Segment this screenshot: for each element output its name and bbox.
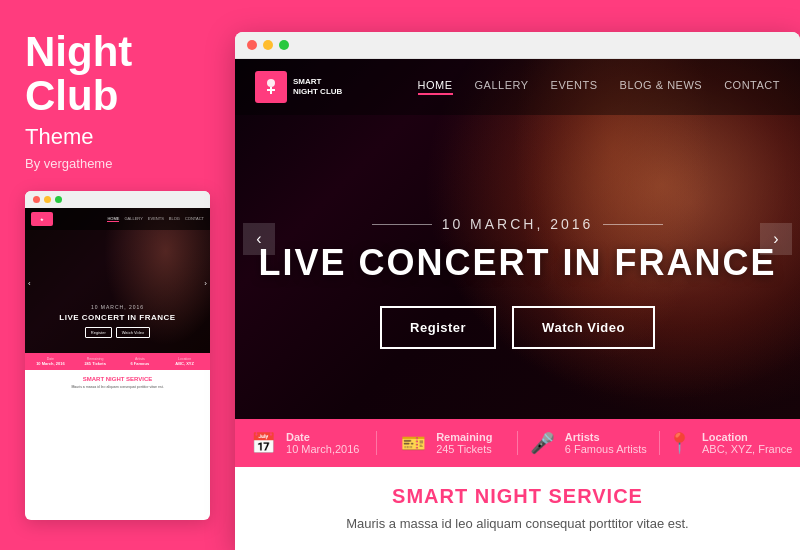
stat-artists-value: 6 Famous Artists [565, 443, 647, 455]
location-icon: 📍 [667, 431, 692, 455]
stat-date-text: Date 10 March,2016 [286, 431, 359, 455]
mini-browser-bar [25, 191, 210, 208]
mini-hero: ★ HOME GALLERY EVENTS BLOG CONTACT ‹ › 1… [25, 208, 210, 353]
main-dot-green [279, 40, 289, 50]
ticket-icon: 🎫 [401, 431, 426, 455]
mini-nav: ★ HOME GALLERY EVENTS BLOG CONTACT [25, 208, 210, 230]
nav-link-contact[interactable]: CONTACT [724, 79, 780, 95]
mini-nav-links: HOME GALLERY EVENTS BLOG CONTACT [107, 216, 204, 222]
hero-date-line: 10 MARCH, 2016 [235, 216, 800, 232]
microphone-icon: 🎤 [530, 431, 555, 455]
nav-link-gallery[interactable]: GALLERY [475, 79, 529, 95]
mini-arrow-left[interactable]: ‹ [28, 279, 31, 288]
mini-nav-events: EVENTS [148, 216, 164, 222]
hero-arrow-left[interactable]: ‹ [243, 223, 275, 255]
hero-date-line-left [372, 224, 432, 225]
mini-hero-buttons: Register Watch Video [25, 327, 210, 338]
mini-nav-home: HOME [107, 216, 119, 222]
theme-subtitle: Theme [25, 124, 210, 150]
main-dot-red [247, 40, 257, 50]
stat-location-text: Location ABC, XYZ, France [702, 431, 792, 455]
mini-nav-blog: BLOG [169, 216, 180, 222]
stat-remaining: 🎫 Remaining 245 Tickets [377, 431, 519, 455]
hero-date-line-right [603, 224, 663, 225]
main-logo: SMART NIGHT CLUB [255, 71, 342, 103]
service-desc: Mauris a massa id leo aliquam consequat … [265, 516, 770, 531]
theme-title: Night Club [25, 30, 210, 118]
nav-link-home[interactable]: HOME [418, 79, 453, 95]
mini-stat-remaining: Remaining 245 Tickets [73, 357, 118, 366]
mini-service-section: SMART NIGHT SERVICE Mauris a massa id le… [25, 370, 210, 396]
stat-date-label: Date [286, 431, 359, 443]
stats-bar: 📅 Date 10 March,2016 🎫 Remaining 245 Tic… [235, 419, 800, 467]
mini-register-btn[interactable]: Register [85, 327, 112, 338]
mini-arrow-right[interactable]: › [204, 279, 207, 288]
mini-service-title: SMART NIGHT SERVICE [31, 376, 204, 382]
main-browser-mockup: SMART NIGHT CLUB HOME GALLERY EVENTS BLO… [235, 32, 800, 550]
nav-link-events[interactable]: EVENTS [551, 79, 598, 95]
stat-location-value: ABC, XYZ, France [702, 443, 792, 455]
hero-content: 10 MARCH, 2016 LIVE CONCERT IN FRANCE Re… [235, 216, 800, 349]
stat-remaining-label: Remaining [436, 431, 492, 443]
mini-logo: ★ [31, 212, 53, 226]
main-browser-bar [235, 32, 800, 59]
mini-watch-btn[interactable]: Watch Video [116, 327, 150, 338]
service-title: SMART NIGHT SERVICE [265, 485, 770, 508]
hero-arrow-right[interactable]: › [760, 223, 792, 255]
mini-hero-text: 10 MARCH, 2016 LIVE CONCERT IN FRANCE Re… [25, 304, 210, 338]
stat-remaining-text: Remaining 245 Tickets [436, 431, 492, 455]
hero-date: 10 MARCH, 2016 [442, 216, 594, 232]
mini-browser-mockup: ★ HOME GALLERY EVENTS BLOG CONTACT ‹ › 1… [25, 191, 210, 520]
mini-hero-date: 10 MARCH, 2016 [25, 304, 210, 310]
main-nav-links: HOME GALLERY EVENTS BLOG & NEWS CONTACT [418, 79, 780, 95]
stat-date: 📅 Date 10 March,2016 [235, 431, 377, 455]
mini-hero-title: LIVE CONCERT IN FRANCE [25, 313, 210, 322]
mini-service-desc: Mauris a massa id leo aliquam consequat … [31, 385, 204, 390]
stat-date-value: 10 March,2016 [286, 443, 359, 455]
main-hero: SMART NIGHT CLUB HOME GALLERY EVENTS BLO… [235, 59, 800, 419]
watch-video-button[interactable]: Watch Video [512, 306, 655, 349]
mini-nav-gallery: GALLERY [124, 216, 142, 222]
register-button[interactable]: Register [380, 306, 496, 349]
logo-text: SMART NIGHT CLUB [293, 77, 342, 96]
theme-author: By vergatheme [25, 156, 210, 171]
stat-artists-text: Artists 6 Famous Artists [565, 431, 647, 455]
mini-stat-artists: Artists 6 Famous [118, 357, 163, 366]
left-panel: Night Club Theme By vergatheme ★ HOME GA… [0, 0, 235, 550]
service-section: SMART NIGHT SERVICE Mauris a massa id le… [235, 467, 800, 549]
mini-dot-green [55, 196, 62, 203]
stat-remaining-value: 245 Tickets [436, 443, 492, 455]
mini-stat-location: Location ABC, XYZ [162, 357, 207, 366]
main-nav: SMART NIGHT CLUB HOME GALLERY EVENTS BLO… [235, 59, 800, 115]
stat-artists-label: Artists [565, 431, 647, 443]
hero-buttons: Register Watch Video [235, 306, 800, 349]
mini-dot-yellow [44, 196, 51, 203]
hero-title: LIVE CONCERT IN FRANCE [235, 242, 800, 284]
main-dot-yellow [263, 40, 273, 50]
logo-icon [255, 71, 287, 103]
calendar-icon: 📅 [251, 431, 276, 455]
mini-stat-date: Date 10 March, 2016 [28, 357, 73, 366]
mini-dot-red [33, 196, 40, 203]
stat-location-label: Location [702, 431, 792, 443]
stat-artists: 🎤 Artists 6 Famous Artists [518, 431, 660, 455]
svg-point-0 [267, 79, 275, 87]
mini-nav-contact: CONTACT [185, 216, 204, 222]
stat-location: 📍 Location ABC, XYZ, France [660, 431, 801, 455]
nav-link-blog[interactable]: BLOG & NEWS [620, 79, 703, 95]
mini-browser-content: ★ HOME GALLERY EVENTS BLOG CONTACT ‹ › 1… [25, 208, 210, 520]
mini-stats-bar: Date 10 March, 2016 Remaining 245 Ticket… [25, 353, 210, 370]
